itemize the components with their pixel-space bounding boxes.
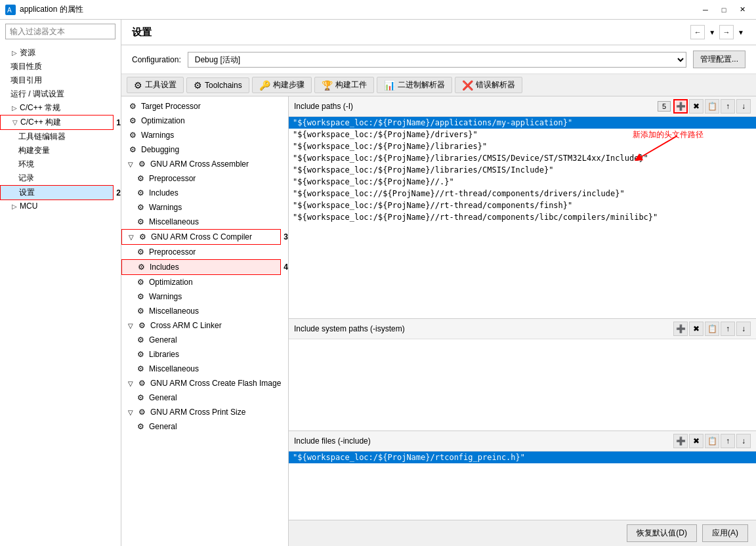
add-include-path-button[interactable]: ➕ bbox=[673, 99, 688, 114]
expand-icon: ▷ bbox=[10, 202, 18, 210]
include-path-item[interactable]: "${workspace_loc:/${ProjName}//.}" bbox=[289, 176, 756, 188]
include-path-item[interactable]: "${workspace_loc:/${ProjName}//rt-thread… bbox=[289, 211, 756, 223]
tp-asm-includes[interactable]: ⚙ Includes bbox=[121, 186, 288, 200]
tp-label: Includes bbox=[150, 262, 179, 272]
sidebar-item-settings[interactable]: 设置 bbox=[0, 185, 114, 200]
tp-asm-misc[interactable]: ⚙ Miscellaneous bbox=[121, 215, 288, 229]
include-path-item[interactable]: "${workspace_loc:/${ProjName}/libraries/… bbox=[289, 164, 756, 176]
badge-4: 4 bbox=[284, 262, 288, 272]
sidebar-item-project-props[interactable]: 项目性质 bbox=[0, 60, 121, 74]
move-up-system-path-button[interactable]: ↑ bbox=[721, 322, 735, 336]
tp-c-warnings[interactable]: ⚙ Warnings bbox=[121, 289, 288, 304]
manage-config-button[interactable]: 管理配置... bbox=[693, 51, 746, 68]
sidebar-item-cpp-general[interactable]: ▷ C/C++ 常规 bbox=[0, 101, 121, 115]
tp-c-includes[interactable]: ⚙ Includes bbox=[121, 259, 281, 275]
linker-icon: ⚙ bbox=[136, 320, 148, 331]
tp-gnu-arm-print[interactable]: ▽ ⚙ GNU ARM Cross Print Size bbox=[121, 405, 288, 419]
delete-system-path-button[interactable]: ✖ bbox=[689, 322, 704, 336]
sidebar-item-run-debug[interactable]: 运行 / 调试设置 bbox=[0, 87, 121, 101]
delete-include-path-button[interactable]: ✖ bbox=[689, 99, 704, 114]
tp-debugging[interactable]: ⚙ Debugging bbox=[121, 142, 288, 157]
fgen-icon: ⚙ bbox=[135, 392, 146, 404]
sidebar-search-area bbox=[0, 20, 121, 43]
system-panel-actions: ➕ ✖ 📋 ↑ ↓ bbox=[673, 322, 751, 336]
tab-build-steps[interactable]: 🔑 构建步骤 bbox=[252, 77, 312, 93]
include-path-item[interactable]: "${workspace_loc:/${ProjName}//rt-thread… bbox=[289, 200, 756, 211]
page-title: 设置 bbox=[132, 26, 152, 39]
tp-c-preprocessor[interactable]: ⚙ Preprocessor bbox=[121, 245, 288, 259]
nav-forward-button[interactable]: → bbox=[719, 25, 734, 39]
include-path-item[interactable]: "${workspace_loc:/${ProjName}/libraries}… bbox=[289, 140, 756, 152]
sidebar-item-label: C/C++ 常规 bbox=[20, 102, 60, 114]
apply-button[interactable]: 应用(A) bbox=[702, 524, 748, 542]
sidebar-tree: ▷ 资源 项目性质 项目引用 运行 / 调试设置 ▷ C/C++ 常规 ▽ C/… bbox=[0, 43, 121, 546]
tp-linker-general[interactable]: ⚙ General bbox=[121, 333, 288, 347]
llibs-icon: ⚙ bbox=[135, 348, 146, 360]
tp-gnu-arm-c-compiler[interactable]: ▽ ⚙ GNU ARM Cross C Compiler bbox=[121, 229, 281, 245]
move-up-include-path-button[interactable]: ↑ bbox=[721, 99, 735, 114]
tp-linker-misc[interactable]: ⚙ Miscellaneous bbox=[121, 362, 288, 376]
sidebar-item-logging[interactable]: 记录 bbox=[0, 171, 121, 185]
tp-asm-warnings[interactable]: ⚙ Warnings bbox=[121, 200, 288, 215]
add-system-path-button[interactable]: ➕ bbox=[673, 322, 688, 336]
maximize-button[interactable]: □ bbox=[715, 3, 732, 16]
nav-back-button[interactable]: ← bbox=[690, 25, 705, 39]
tp-gnu-arm-flash[interactable]: ▽ ⚙ GNU ARM Cross Create Flash Image bbox=[121, 376, 288, 390]
tp-c-includes-row: ⚙ Includes 4 bbox=[121, 259, 288, 275]
include-file-item[interactable]: "${workspace_loc:/${ProjName}/rtconfig_p… bbox=[289, 452, 756, 463]
copy-system-path-button[interactable]: 📋 bbox=[705, 322, 719, 336]
sidebar-item-build-vars[interactable]: 构建变量 bbox=[0, 144, 121, 158]
include-paths-panel: Include paths (-I) 5 ➕ ✖ 📋 ↑ ↓ bbox=[289, 96, 756, 319]
content-area: 设置 ← ▼ → ▼ Configuration: Debug [活动] 管理配… bbox=[121, 20, 756, 546]
sidebar-item-project-ref[interactable]: 项目引用 bbox=[0, 74, 121, 87]
sidebar-item-cpp-build[interactable]: ▽ C/C++ 构建 bbox=[0, 115, 114, 130]
move-down-include-file-button[interactable]: ↓ bbox=[736, 434, 751, 448]
tab-binary-parsers[interactable]: 📊 二进制解析器 bbox=[377, 77, 452, 93]
tab-tool-settings[interactable]: ⚙ 工具设置 bbox=[127, 77, 184, 93]
move-up-include-file-button[interactable]: ↑ bbox=[721, 434, 735, 448]
tp-label: Optimization bbox=[141, 116, 185, 125]
include-path-item[interactable]: "${workspace_loc:/${ProjName}/applicatio… bbox=[289, 117, 756, 129]
config-select[interactable]: Debug [活动] bbox=[188, 52, 686, 68]
tp-label: GNU ARM Cross Print Size bbox=[150, 408, 245, 417]
add-include-file-button[interactable]: ➕ bbox=[673, 434, 688, 448]
tp-warnings[interactable]: ⚙ Warnings bbox=[121, 128, 288, 142]
delete-include-file-button[interactable]: ✖ bbox=[689, 434, 704, 448]
copy-include-file-button[interactable]: 📋 bbox=[705, 434, 719, 448]
include-system-panel: Include system paths (-isystem) ➕ ✖ 📋 ↑ … bbox=[289, 319, 756, 430]
tp-c-optimization[interactable]: ⚙ Optimization bbox=[121, 275, 288, 289]
nav-forward-dropdown[interactable]: ▼ bbox=[736, 28, 746, 37]
tp-label: Warnings bbox=[149, 292, 182, 301]
tp-target-processor[interactable]: ⚙ Target Processor bbox=[121, 99, 288, 114]
include-path-item[interactable]: "${workspace_loc:/${ProjName}/drivers}" bbox=[289, 129, 756, 140]
tp-print-general[interactable]: ⚙ General bbox=[121, 419, 288, 434]
move-down-system-path-button[interactable]: ↓ bbox=[736, 322, 751, 336]
minimize-button[interactable]: ─ bbox=[697, 3, 714, 16]
copy-include-path-button[interactable]: 📋 bbox=[705, 99, 719, 114]
restore-defaults-button[interactable]: 恢复默认值(D) bbox=[627, 524, 697, 542]
tp-asm-preprocessor[interactable]: ⚙ Preprocessor bbox=[121, 171, 288, 186]
tab-error-parsers[interactable]: ❌ 错误解析器 bbox=[455, 77, 522, 93]
close-button[interactable]: ✕ bbox=[734, 3, 751, 16]
tp-gnu-arm-assembler[interactable]: ▽ ⚙ GNU ARM Cross Assembler bbox=[121, 157, 288, 171]
include-path-item[interactable]: "${workspace_loc://${ProjName}//rt-threa… bbox=[289, 188, 756, 200]
sidebar-item-env[interactable]: 环境 bbox=[0, 158, 121, 171]
sidebar-item-resources[interactable]: ▷ 资源 bbox=[0, 46, 121, 60]
tp-linker-libs[interactable]: ⚙ Libraries bbox=[121, 347, 288, 362]
include-files-list: "${workspace_loc:/${ProjName}/rtconfig_p… bbox=[289, 452, 756, 520]
expand-icon: ▽ bbox=[11, 119, 19, 127]
error-parsers-icon: ❌ bbox=[462, 80, 473, 91]
tp-c-misc[interactable]: ⚙ Miscellaneous bbox=[121, 304, 288, 318]
tab-toolchains[interactable]: ⚙ Toolchains bbox=[186, 77, 249, 93]
tp-optimization[interactable]: ⚙ Optimization bbox=[121, 114, 288, 128]
include-path-item[interactable]: "${workspace_loc:/${ProjName}/libraries/… bbox=[289, 152, 756, 164]
sidebar-item-mcu[interactable]: ▷ MCU bbox=[0, 200, 121, 212]
sidebar-item-toolchain-editor[interactable]: 工具链编辑器 bbox=[0, 130, 121, 144]
search-input[interactable] bbox=[5, 24, 116, 39]
nav-back-dropdown[interactable]: ▼ bbox=[707, 28, 717, 37]
tp-flash-general[interactable]: ⚙ General bbox=[121, 390, 288, 405]
move-down-include-path-button[interactable]: ↓ bbox=[736, 99, 751, 114]
tp-label: Miscellaneous bbox=[149, 306, 199, 316]
tp-cross-arm-linker[interactable]: ▽ ⚙ Cross ARM C Linker bbox=[121, 318, 288, 333]
tab-build-artifacts[interactable]: 🏆 构建工件 bbox=[314, 77, 374, 93]
